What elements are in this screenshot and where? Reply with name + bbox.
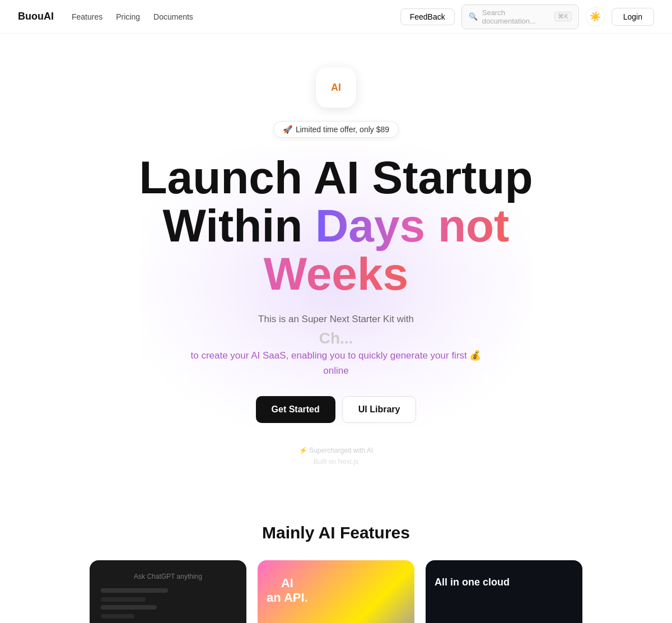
features-cards: Ask ChatGPT anything AIan API. All in on…: [11, 560, 661, 623]
navbar: BuouAI Features Pricing Documents FeedBa…: [0, 0, 672, 34]
offer-emoji: 🚀: [283, 125, 292, 134]
watermark-area: ⚡ Supercharged with AI Built on Next.js: [299, 445, 373, 467]
feature-card-chatgpt: Ask ChatGPT anything: [90, 560, 246, 623]
card-api-text: AIan API.: [267, 576, 308, 606]
features-section: Mainly AI Features Ask ChatGPT anything …: [0, 523, 672, 623]
offer-badge: 🚀 Limited time offer, only $89: [273, 121, 399, 138]
features-title: Mainly AI Features: [11, 523, 661, 542]
hero-section: AI 🚀 Limited time offer, only $89 Launch…: [0, 34, 672, 478]
nav-left: BuouAI Features Pricing Documents: [18, 11, 193, 22]
feedback-button[interactable]: FeedBack: [400, 8, 455, 25]
theme-toggle-button[interactable]: ☀️: [586, 7, 605, 26]
nav-link-features[interactable]: Features: [72, 12, 102, 21]
watermark-line1: ⚡ Supercharged with AI: [299, 445, 373, 456]
hero-sub-line1: This is an Super Next Starter Kit with: [258, 312, 414, 327]
feature-card-api: AIan API.: [258, 560, 414, 623]
get-started-button[interactable]: Get Started: [256, 396, 335, 423]
ai-badge-text: AI: [331, 82, 341, 94]
cta-row: Get Started UI Library: [256, 396, 417, 423]
hero-sub-colored-line1: to create your AI SaaS, enabling you to …: [190, 348, 481, 363]
nav-links: Features Pricing Documents: [72, 12, 193, 21]
card-chatgpt-inner: Ask ChatGPT anything: [90, 560, 246, 623]
ui-library-button[interactable]: UI Library: [342, 396, 417, 423]
chat-line-3: [101, 605, 157, 610]
nav-logo[interactable]: BuouAI: [18, 11, 54, 22]
card-gpt-label: Ask ChatGPT anything: [101, 571, 235, 582]
headline-line1: Launch AI Startup: [139, 152, 533, 203]
nav-right: FeedBack 🔍 Search documentation... ⌘K ☀️…: [400, 4, 654, 29]
hero-headline: Launch AI Startup Within Days not Weeks: [139, 154, 533, 298]
chat-line-2: [101, 597, 146, 602]
feature-card-cloud: All in one cloud: [426, 560, 582, 623]
offer-text: Limited time offer, only $89: [296, 125, 389, 134]
chat-line-1: [101, 588, 168, 593]
search-icon: 🔍: [469, 12, 478, 21]
hero-sub-animated: Ch...: [319, 329, 353, 348]
search-placeholder-text: Search documentation...: [482, 8, 550, 25]
chat-line-4: [101, 614, 134, 619]
headline-line2-prefix: Within: [163, 200, 316, 251]
hero-sub-colored-line2: online: [323, 363, 348, 378]
nav-link-pricing[interactable]: Pricing: [116, 12, 140, 21]
search-shortcut: ⌘K: [554, 12, 571, 21]
card-cloud-text: All in one cloud: [435, 576, 510, 589]
ai-badge: AI: [316, 67, 356, 108]
headline-gradient: Days not: [315, 200, 509, 251]
login-button[interactable]: Login: [612, 8, 654, 26]
watermark-line2: Built on Next.js: [299, 457, 373, 467]
nav-link-documents[interactable]: Documents: [153, 12, 193, 21]
headline-weeks: Weeks: [264, 248, 408, 299]
search-bar[interactable]: 🔍 Search documentation... ⌘K: [461, 4, 579, 29]
